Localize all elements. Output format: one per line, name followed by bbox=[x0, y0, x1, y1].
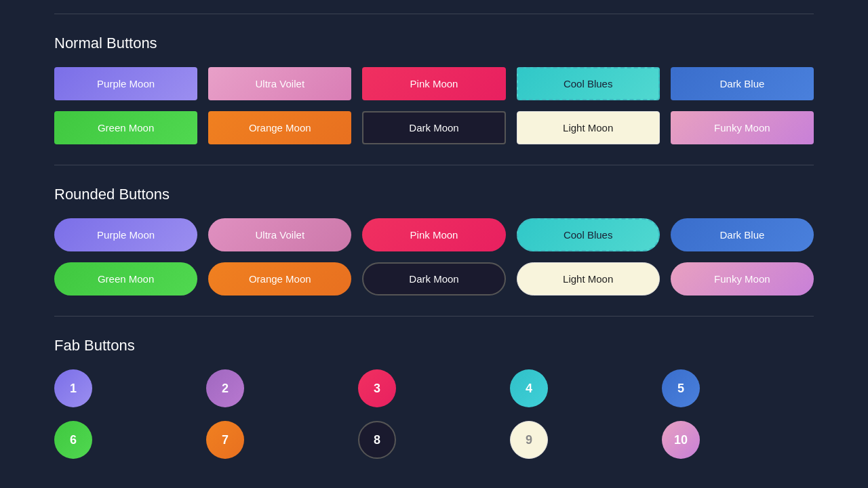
dark-moon-normal[interactable]: Dark Moon bbox=[362, 111, 505, 144]
ultra-violet-normal[interactable]: Ultra Voilet bbox=[208, 67, 351, 100]
fab-button-4[interactable]: 4 bbox=[510, 369, 548, 407]
fab-item-3: 3 bbox=[358, 369, 510, 407]
section-divider-2 bbox=[54, 316, 814, 317]
section-divider-1 bbox=[54, 165, 814, 165]
fab-button-3[interactable]: 3 bbox=[358, 369, 396, 407]
orange-moon-normal[interactable]: Orange Moon bbox=[208, 111, 351, 144]
funky-moon-normal[interactable]: Funky Moon bbox=[671, 111, 814, 144]
green-moon-rounded[interactable]: Green Moon bbox=[54, 262, 197, 296]
fab-button-10[interactable]: 10 bbox=[662, 421, 700, 459]
fab-button-7[interactable]: 7 bbox=[206, 421, 244, 459]
fab-item-2: 2 bbox=[206, 369, 358, 407]
fab-button-6[interactable]: 6 bbox=[54, 421, 92, 459]
fab-button-8[interactable]: 8 bbox=[358, 421, 396, 459]
normal-buttons-row2: Green Moon Orange Moon Dark Moon Light M… bbox=[54, 111, 814, 144]
page-container: Normal Buttons Purple Moon Ultra Voilet … bbox=[0, 0, 868, 479]
normal-buttons-title: Normal Buttons bbox=[54, 35, 814, 52]
purple-moon-normal[interactable]: Purple Moon bbox=[54, 67, 197, 100]
orange-moon-rounded[interactable]: Orange Moon bbox=[208, 262, 351, 296]
fab-button-2[interactable]: 2 bbox=[206, 369, 244, 407]
rounded-buttons-section: Rounded Buttons Purple Moon Ultra Voilet… bbox=[54, 186, 814, 296]
fab-item-6: 6 bbox=[54, 421, 206, 459]
fab-button-9[interactable]: 9 bbox=[510, 421, 548, 459]
green-moon-normal[interactable]: Green Moon bbox=[54, 111, 197, 144]
light-moon-normal[interactable]: Light Moon bbox=[517, 111, 660, 144]
fab-button-1[interactable]: 1 bbox=[54, 369, 92, 407]
cool-blues-normal[interactable]: Cool Blues bbox=[517, 67, 660, 100]
rounded-buttons-row1: Purple Moon Ultra Voilet Pink Moon Cool … bbox=[54, 218, 814, 251]
fab-buttons-section: Fab Buttons 1 2 3 4 5 bbox=[54, 337, 814, 459]
fab-item-8: 8 bbox=[358, 421, 510, 459]
rounded-buttons-row2: Green Moon Orange Moon Dark Moon Light M… bbox=[54, 262, 814, 296]
fab-row-2: 6 7 8 9 10 bbox=[54, 421, 814, 459]
fab-item-5: 5 bbox=[662, 369, 814, 407]
fab-item-7: 7 bbox=[206, 421, 358, 459]
ultra-violet-rounded[interactable]: Ultra Voilet bbox=[208, 218, 351, 251]
fab-buttons-container: 1 2 3 4 5 6 7 bbox=[54, 369, 814, 459]
fab-item-1: 1 bbox=[54, 369, 206, 407]
dark-blue-normal[interactable]: Dark Blue bbox=[671, 67, 814, 100]
fab-row-1: 1 2 3 4 5 bbox=[54, 369, 814, 407]
normal-buttons-row1: Purple Moon Ultra Voilet Pink Moon Cool … bbox=[54, 67, 814, 100]
fab-button-5[interactable]: 5 bbox=[662, 369, 700, 407]
cool-blues-rounded[interactable]: Cool Blues bbox=[517, 218, 660, 251]
pink-moon-normal[interactable]: Pink Moon bbox=[362, 67, 505, 100]
dark-blue-rounded[interactable]: Dark Blue bbox=[671, 218, 814, 251]
purple-moon-rounded[interactable]: Purple Moon bbox=[54, 218, 197, 251]
top-divider bbox=[54, 14, 814, 14]
light-moon-rounded[interactable]: Light Moon bbox=[517, 262, 660, 296]
funky-moon-rounded[interactable]: Funky Moon bbox=[671, 262, 814, 296]
fab-item-4: 4 bbox=[510, 369, 662, 407]
dark-moon-rounded[interactable]: Dark Moon bbox=[362, 262, 505, 296]
fab-item-9: 9 bbox=[510, 421, 662, 459]
normal-buttons-section: Normal Buttons Purple Moon Ultra Voilet … bbox=[54, 35, 814, 144]
rounded-buttons-title: Rounded Buttons bbox=[54, 186, 814, 203]
fab-item-10: 10 bbox=[662, 421, 814, 459]
pink-moon-rounded[interactable]: Pink Moon bbox=[362, 218, 505, 251]
fab-buttons-title: Fab Buttons bbox=[54, 337, 814, 354]
